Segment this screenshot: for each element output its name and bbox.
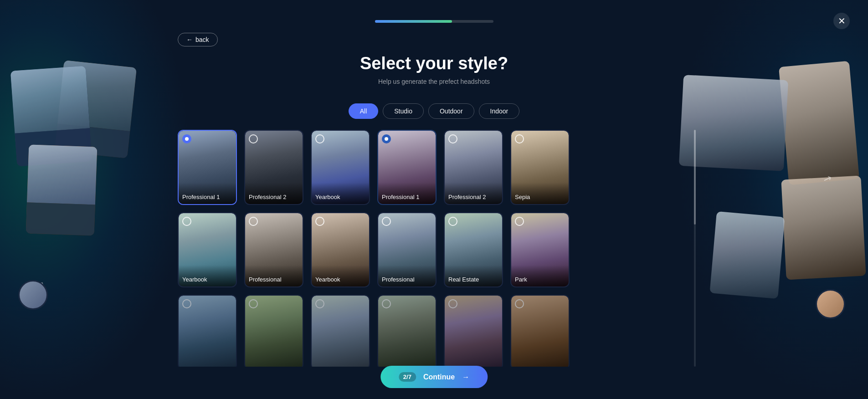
card-radio-yearbook-male bbox=[315, 134, 324, 143]
card-radio-row3-2 bbox=[249, 299, 258, 308]
continue-label: Continue bbox=[423, 373, 455, 381]
card-row3-4[interactable] bbox=[377, 295, 437, 367]
card-label-professional-2-female: Professional 2 bbox=[445, 183, 502, 204]
card-row3-1[interactable] bbox=[178, 295, 237, 367]
card-radio-row3-5 bbox=[448, 299, 457, 308]
progress-bar-fill bbox=[375, 20, 452, 23]
card-row3-3[interactable] bbox=[311, 295, 370, 367]
card-radio-professional-1-male bbox=[182, 134, 191, 143]
progress-bar bbox=[375, 20, 493, 23]
card-row3-2[interactable] bbox=[244, 295, 303, 367]
filter-tab-outdoor[interactable]: Outdoor bbox=[428, 103, 474, 119]
right-photo-top bbox=[779, 61, 859, 185]
card-radio-row3-3 bbox=[315, 299, 324, 308]
card-professional-male2[interactable]: Professional bbox=[377, 212, 437, 287]
right-collage: ↗ bbox=[709, 64, 854, 328]
grid-scrollbar[interactable] bbox=[694, 130, 696, 367]
main-content: Select your style? Help us generate the … bbox=[178, 27, 690, 367]
left-photo-bottom bbox=[26, 144, 98, 235]
card-radio-yearbook-female bbox=[182, 217, 191, 226]
card-park[interactable]: Park bbox=[510, 212, 570, 287]
page-title: Select your style? bbox=[360, 54, 508, 73]
continue-button[interactable]: 2/7 Continue → bbox=[380, 366, 488, 388]
style-grid: Professional 1 Professional 2 Yearbook P… bbox=[178, 130, 690, 367]
left-avatar-circle bbox=[18, 280, 48, 310]
card-radio-professional-female2 bbox=[249, 217, 258, 226]
card-label-real-estate: Real Estate bbox=[445, 265, 502, 286]
card-professional-1-female[interactable]: Professional 1 bbox=[377, 130, 437, 205]
card-radio-real-estate bbox=[448, 217, 457, 226]
page-subtitle: Help us generate the prefect headshots bbox=[378, 78, 490, 85]
card-label-sepia: Sepia bbox=[511, 183, 569, 204]
card-professional-1-male[interactable]: Professional 1 bbox=[178, 130, 237, 205]
card-radio-park bbox=[515, 217, 524, 226]
card-radio-yearbook-female2 bbox=[315, 217, 324, 226]
radio-inner-dot-2 bbox=[385, 137, 388, 141]
card-row3-6[interactable] bbox=[510, 295, 570, 367]
card-label-professional-female2: Professional bbox=[245, 265, 303, 286]
card-yearbook-female[interactable]: Yearbook bbox=[178, 212, 237, 287]
card-radio-professional-1-female bbox=[382, 134, 391, 143]
card-label-yearbook-male: Yearbook bbox=[312, 183, 369, 204]
grid-wrapper: Professional 1 Professional 2 Yearbook P… bbox=[178, 130, 690, 367]
filter-tab-all[interactable]: All bbox=[349, 103, 379, 119]
card-professional-female2[interactable]: Professional bbox=[244, 212, 303, 287]
card-radio-professional-2-male bbox=[249, 134, 258, 143]
card-label-professional-2-male: Professional 2 bbox=[245, 183, 303, 204]
card-radio-professional-2-female bbox=[448, 134, 457, 143]
right-photo-lower bbox=[781, 176, 866, 280]
grid-scrollbar-thumb bbox=[694, 130, 696, 225]
card-label-park: Park bbox=[511, 265, 569, 286]
card-label-professional-1-male: Professional 1 bbox=[179, 183, 236, 204]
card-row3-5[interactable] bbox=[444, 295, 503, 367]
card-label-yearbook-female: Yearbook bbox=[179, 265, 236, 286]
card-label-professional-male2: Professional bbox=[378, 265, 436, 286]
card-label-yearbook-female2: Yearbook bbox=[312, 265, 369, 286]
right-avatar-circle bbox=[816, 289, 845, 319]
close-button[interactable]: ✕ bbox=[833, 13, 850, 29]
card-yearbook-male[interactable]: Yearbook bbox=[311, 130, 370, 205]
filter-tab-studio[interactable]: Studio bbox=[383, 103, 424, 119]
card-radio-sepia bbox=[515, 134, 524, 143]
radio-inner-dot bbox=[185, 137, 189, 141]
card-sepia[interactable]: Sepia bbox=[510, 130, 570, 205]
right-side-photos: ↗ bbox=[709, 64, 854, 328]
card-radio-row3-6 bbox=[515, 299, 524, 308]
card-professional-2-female[interactable]: Professional 2 bbox=[444, 130, 503, 205]
left-collage: ↗ bbox=[14, 64, 159, 328]
card-label-professional-1-female: Professional 1 bbox=[378, 183, 436, 204]
card-real-estate[interactable]: Real Estate bbox=[444, 212, 503, 287]
right-photo-bottom bbox=[709, 211, 785, 299]
continue-step-label: 2/7 bbox=[399, 372, 416, 382]
card-radio-row3-4 bbox=[382, 299, 391, 308]
card-radio-row3-1 bbox=[182, 299, 191, 308]
card-professional-2-male[interactable]: Professional 2 bbox=[244, 130, 303, 205]
continue-arrow-icon: → bbox=[462, 373, 469, 381]
left-side-photos: ↗ bbox=[14, 64, 159, 328]
card-radio-professional-male2 bbox=[382, 217, 391, 226]
card-yearbook-female2[interactable]: Yearbook bbox=[311, 212, 370, 287]
filter-tab-indoor[interactable]: Indoor bbox=[479, 103, 520, 119]
filter-tabs: All Studio Outdoor Indoor bbox=[349, 103, 520, 119]
